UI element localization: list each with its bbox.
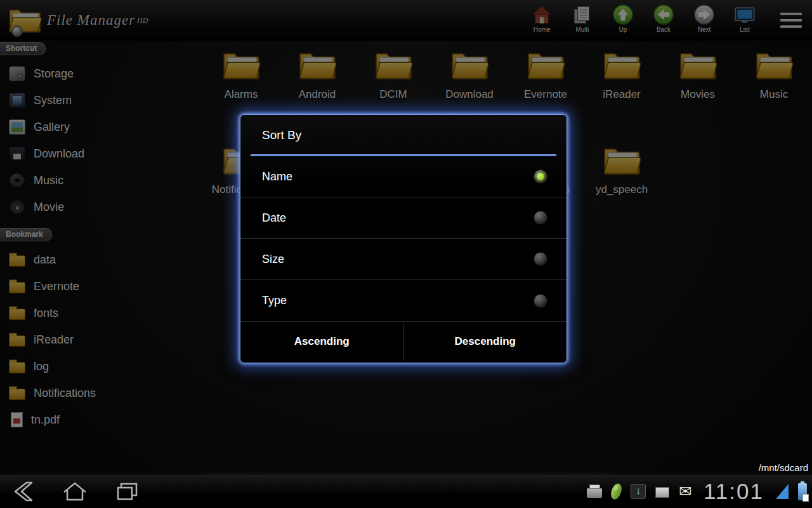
sort-option-date[interactable]: Date — [240, 197, 566, 239]
sort-option-label: Type — [262, 294, 287, 307]
sort-option-type[interactable]: Type — [240, 280, 566, 321]
radio-button[interactable] — [534, 211, 547, 225]
dialog-buttons: Ascending Descending — [240, 321, 566, 361]
app-bean-status-icon — [609, 482, 623, 500]
descending-button[interactable]: Descending — [403, 322, 567, 361]
sort-option-label: Date — [262, 211, 286, 225]
current-path: /mnt/sdcard — [759, 462, 808, 473]
sort-option-label: Size — [262, 253, 284, 266]
signal-icon — [776, 484, 789, 499]
ascending-button[interactable]: Ascending — [240, 322, 403, 361]
dialog-title: Sort By — [240, 115, 566, 154]
status-icons: 11:01 — [587, 475, 807, 508]
clipboard-status-icon — [655, 487, 669, 498]
sort-option-name[interactable]: Name — [240, 156, 566, 197]
clock: 11:01 — [704, 479, 764, 504]
recents-nav-button[interactable] — [113, 480, 141, 503]
sort-option-label: Name — [262, 170, 292, 184]
back-nav-button[interactable] — [9, 480, 37, 503]
screen: File Manager HD Home Multi Up Back — [0, 0, 812, 508]
radio-button[interactable] — [534, 294, 547, 308]
radio-button[interactable] — [534, 252, 547, 266]
download-status-icon — [631, 484, 646, 499]
sort-by-dialog: Sort By Name Date Size Type Ascending De… — [240, 114, 567, 363]
sort-option-size[interactable]: Size — [240, 239, 566, 280]
home-nav-button[interactable] — [61, 480, 89, 503]
battery-icon — [798, 483, 807, 500]
email-status-icon — [679, 484, 691, 499]
radio-button[interactable] — [534, 170, 547, 184]
sort-options: Name Date Size Type — [240, 156, 566, 321]
system-bar: 11:01 — [0, 475, 812, 508]
nav-keys — [9, 480, 141, 503]
print-status-icon — [587, 488, 602, 498]
